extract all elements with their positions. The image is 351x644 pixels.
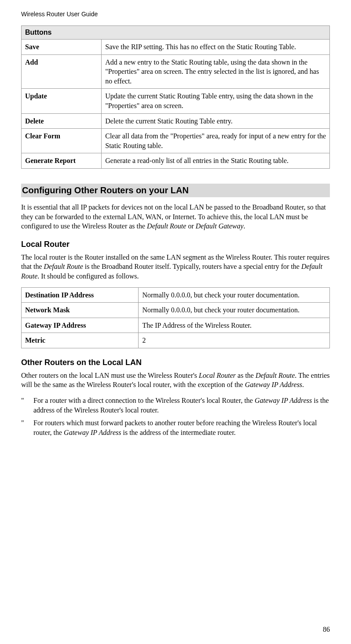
other-routers-paragraph: Other routers on the local LAN must use …: [21, 371, 330, 390]
button-desc: Add a new entry to the Static Routing ta…: [102, 54, 330, 89]
buttons-table: Buttons Save Save the RIP setting. This …: [21, 25, 330, 169]
italic-term: Local Router: [199, 372, 236, 379]
button-desc: Generate a read-only list of all entries…: [102, 153, 330, 169]
button-name: Save: [22, 40, 102, 55]
table-row: Destination IP Address Normally 0.0.0.0,…: [22, 287, 330, 303]
bullet-mark: ": [21, 396, 33, 415]
section-paragraph: It is essential that all IP packets for …: [21, 203, 330, 231]
text-span: .: [302, 381, 304, 388]
table-row: Network Mask Normally 0.0.0.0, but check…: [22, 303, 330, 318]
italic-term: Gateway IP Address: [255, 397, 312, 404]
text-span: . It should be configured as follows.: [37, 272, 139, 280]
table-row: Update Update the current Static Routing…: [22, 89, 330, 113]
config-value: The IP Address of the Wireless Router.: [139, 318, 330, 333]
text-span: as the: [236, 372, 256, 379]
table-row: Save Save the RIP setting. This has no e…: [22, 40, 330, 55]
config-value: Normally 0.0.0.0, but check your router …: [139, 287, 330, 303]
bullet-mark: ": [21, 418, 33, 437]
text-span: For a router with a direct connection to…: [33, 397, 255, 404]
italic-term: Default Route: [256, 372, 295, 379]
page-number: 86: [323, 626, 330, 633]
subheading-other-routers: Other Routers on the Local LAN: [21, 358, 330, 367]
button-name: Add: [22, 54, 102, 89]
button-name: Update: [22, 89, 102, 113]
text-span: .: [244, 222, 245, 230]
button-desc: Save the RIP setting. This has no effect…: [102, 40, 330, 55]
button-name: Clear Form: [22, 129, 102, 153]
buttons-table-title: Buttons: [22, 26, 330, 40]
bullet-text: For a router with a direct connection to…: [33, 396, 330, 415]
bullet-list: " For a router with a direct connection …: [21, 396, 330, 441]
italic-term: Default Route: [44, 263, 83, 270]
button-desc: Clear all data from the "Properties" are…: [102, 129, 330, 153]
table-row: Add Add a new entry to the Static Routin…: [22, 54, 330, 89]
config-value: Normally 0.0.0.0, but check your router …: [139, 303, 330, 318]
running-header: Wireless Router User Guide: [21, 11, 330, 18]
table-row: Delete Delete the current Static Routing…: [22, 113, 330, 129]
table-row: Generate Report Generate a read-only lis…: [22, 153, 330, 169]
list-item: " For routers which must forward packets…: [21, 418, 330, 437]
subheading-local-router: Local Router: [21, 240, 330, 249]
local-router-paragraph: The local router is the Router installed…: [21, 253, 330, 281]
section-heading: Configuring Other Routers on your LAN: [21, 184, 330, 197]
list-item: " For a router with a direct connection …: [21, 396, 330, 415]
config-key: Network Mask: [22, 303, 139, 318]
table-row: Metric 2: [22, 333, 330, 348]
italic-term: Gateway IP Address: [64, 429, 121, 436]
italic-term: Default Gateway: [196, 222, 244, 230]
text-span: or: [186, 222, 195, 230]
config-key: Metric: [22, 333, 139, 348]
button-desc: Update the current Static Routing Table …: [102, 89, 330, 113]
button-desc: Delete the current Static Routing Table …: [102, 113, 330, 129]
text-span: is the address of the intermediate route…: [121, 429, 235, 436]
local-router-config-table: Destination IP Address Normally 0.0.0.0,…: [21, 287, 330, 348]
italic-term: Default Route: [147, 222, 186, 230]
config-key: Gateway IP Address: [22, 318, 139, 333]
italic-term: Gateway IP Address: [245, 381, 302, 388]
button-name: Delete: [22, 113, 102, 129]
config-value: 2: [139, 333, 330, 348]
button-name: Generate Report: [22, 153, 102, 169]
page: Wireless Router User Guide Buttons Save …: [0, 0, 351, 644]
text-span: is the Broadband Router itself. Typicall…: [83, 263, 301, 270]
config-key: Destination IP Address: [22, 287, 139, 303]
table-row: Gateway IP Address The IP Address of the…: [22, 318, 330, 333]
table-row: Clear Form Clear all data from the "Prop…: [22, 129, 330, 153]
text-span: Other routers on the local LAN must use …: [21, 372, 199, 379]
bullet-text: For routers which must forward packets t…: [33, 418, 330, 437]
